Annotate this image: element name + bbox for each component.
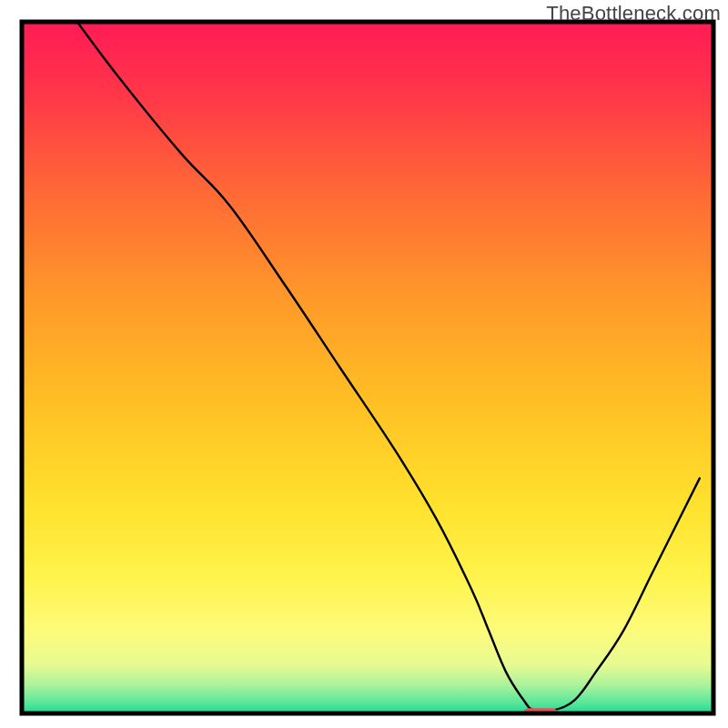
chart-container: TheBottleneck.com: [0, 0, 728, 728]
watermark-text: TheBottleneck.com: [546, 2, 721, 25]
chart-background: [22, 22, 713, 713]
bottleneck-chart: [0, 0, 728, 728]
